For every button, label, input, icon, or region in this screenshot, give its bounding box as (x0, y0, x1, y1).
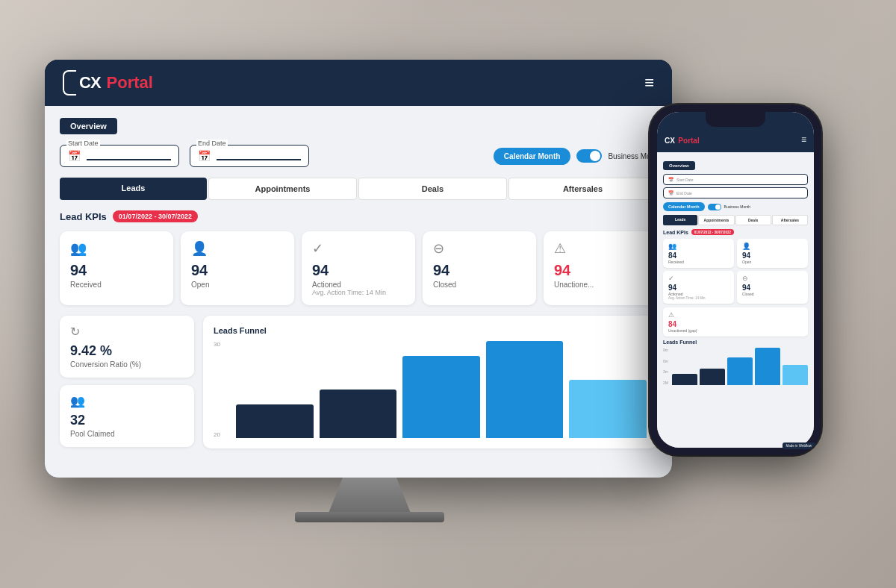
actioned-sublabel: Avg. Action Time: 14 Min (312, 289, 405, 296)
calendar-month-button[interactable]: Calendar Month (494, 148, 571, 165)
dashboard-content: Overview Start Date 📅 End Date 📅 Calen (45, 106, 672, 478)
logo: CX Portal (63, 70, 153, 96)
kpi-open: 👤 94 Open (181, 231, 294, 305)
bar-4 (486, 341, 564, 438)
monitor-base (295, 512, 444, 522)
dashboard: CX Portal ≡ Overview Start Date 📅 End Da (45, 60, 672, 478)
conversion-label: Conversion Ratio (%) (70, 360, 184, 369)
phone-tab-leads[interactable]: Leads (663, 215, 697, 225)
tab-appointments[interactable]: Appointments (208, 178, 357, 200)
phone-tab-deals[interactable]: Deals (735, 215, 771, 225)
phone-bar-3 (727, 357, 753, 386)
kpi-received: 👥 94 Received (60, 231, 173, 305)
actioned-label: Actioned (312, 281, 405, 289)
phone-cal-month-btn[interactable]: Calendar Month (663, 202, 705, 211)
toggle-knob (590, 151, 600, 161)
phone-funnel-title: Leads Funnel (663, 340, 808, 345)
end-date-line (217, 159, 301, 160)
phone-hamburger[interactable]: ≡ (801, 134, 806, 145)
dashboard-header: CX Portal ≡ (45, 60, 672, 106)
phone-screen: CX Portal ≡ Overview 📅 Start Date 📅 (657, 112, 814, 448)
hamburger-menu[interactable]: ≡ (644, 73, 654, 93)
phone-kpi-title: Lead KPIs 01/07/2022 - 30/07/2022 (663, 229, 808, 235)
phone-kpi-received: 👥 84 Received (663, 239, 734, 268)
phone-toggle[interactable] (708, 204, 721, 210)
kpi-actioned: ✓ 94 Actioned Avg. Action Time: 14 Min (302, 231, 415, 305)
conversion-card: ↻ 9.42 % Conversion Ratio (%) (60, 316, 194, 378)
unactioned-value: 94 (554, 261, 647, 279)
phone-logo: CX Portal (665, 133, 700, 146)
conversion-icon: ↻ (70, 325, 184, 339)
phone-content: Overview 📅 Start Date 📅 End Date Calenda… (657, 152, 814, 448)
chart-area: 30 20 (214, 341, 647, 438)
phone-bar-1 (672, 374, 697, 385)
kpi-date-badge: 01/07/2022 - 30/07/2022 (113, 210, 198, 222)
funnel-title: Leads Funnel (214, 326, 647, 335)
received-value: 94 (70, 261, 163, 279)
phone-bar-2 (700, 369, 725, 386)
month-toggle[interactable] (576, 149, 602, 163)
end-cal-icon: 📅 (198, 150, 211, 162)
tab-aftersales[interactable]: Aftersales (508, 178, 657, 200)
bar-3 (402, 356, 480, 439)
start-date-field[interactable]: Start Date 📅 (60, 145, 179, 167)
phone-kpi-actioned: ✓ 94 Actioned Avg. Action Time: 14 Min (663, 271, 734, 304)
funnel-area: Leads Funnel 30 20 (203, 316, 657, 448)
phone-tab-aftersales[interactable]: Aftersales (772, 215, 808, 225)
pool-value: 32 (70, 413, 184, 428)
phone-notch (706, 112, 765, 127)
phone-tab-appts[interactable]: Appointments (698, 215, 734, 225)
start-cal-icon: 📅 (68, 150, 81, 162)
received-label: Received (70, 281, 163, 289)
start-date-label: Start Date (66, 140, 100, 147)
lead-kpis-title: Lead KPIs 01/07/2022 - 30/07/2022 (60, 210, 657, 222)
bar-1 (236, 404, 314, 439)
phone-kpi-closed: ⊖ 94 Closed (737, 271, 808, 304)
left-cards: ↻ 9.42 % Conversion Ratio (%) 👥 32 Pool … (60, 316, 194, 448)
phone-bar-4 (755, 348, 780, 385)
nav-tabs: Leads Appointments Deals Aftersales (60, 178, 657, 200)
phone-nav-tabs: Leads Appointments Deals Aftersales (663, 215, 808, 225)
kpi-closed: ⊖ 94 Closed (423, 231, 536, 305)
phone-cal-icon-start: 📅 (668, 177, 673, 182)
actioned-icon: ✓ (312, 240, 405, 257)
phone-end-date[interactable]: 📅 End Date (663, 187, 808, 198)
unactioned-label: Unactione... (554, 281, 647, 289)
phone-y-labels: 9m 6m 3m 2M (663, 348, 668, 385)
overview-tab[interactable]: Overview (60, 118, 117, 134)
closed-icon: ⊖ (433, 240, 526, 257)
phone-biz-month: Business Month (724, 204, 751, 209)
pool-card: 👥 32 Pool Claimed (60, 385, 194, 447)
end-date-field[interactable]: End Date 📅 (190, 145, 309, 167)
phone-bar-5 (783, 365, 808, 386)
unactioned-icon: ⚠ (554, 240, 647, 257)
bar-2 (320, 390, 397, 438)
closed-value: 94 (433, 261, 526, 279)
phone-date-badge: 01/07/2022 - 30/07/2022 (691, 229, 734, 235)
tab-leads[interactable]: Leads (60, 178, 207, 200)
phone-overview-tab[interactable]: Overview (663, 161, 695, 170)
phone-toggle-knob (715, 204, 721, 210)
logo-bracket (63, 70, 76, 96)
logo-portal: Portal (107, 73, 153, 93)
phone-kpi-open: 👤 94 Open (737, 239, 808, 268)
conversion-value: 9.42 % (70, 343, 184, 359)
phone-logo-cx: CX (665, 137, 675, 145)
made-in-webflow: Made in Webflow (783, 442, 814, 448)
monitor: CX Portal ≡ Overview Start Date 📅 End Da (45, 60, 694, 522)
phone-outer: CX Portal ≡ Overview 📅 Start Date 📅 (650, 104, 821, 455)
start-date-line (87, 159, 171, 160)
phone-cal-icon-end: 📅 (668, 190, 673, 196)
open-value: 94 (191, 261, 284, 279)
phone-date-row: 📅 Start Date 📅 End Date (663, 174, 808, 198)
logo-cx: CX (79, 73, 101, 93)
tab-deals[interactable]: Deals (358, 178, 507, 200)
kpi-grid: 👥 94 Received 👤 94 Open ✓ 94 Actioned Av… (60, 231, 657, 305)
phone-kpi-unactioned: ⚠ 84 Unactioned (gap) (663, 307, 808, 337)
phone-start-date[interactable]: 📅 Start Date (663, 174, 808, 185)
open-icon: 👤 (191, 240, 284, 257)
phone-chart: 9m 6m 3m 2M (663, 348, 808, 385)
phone-dashboard: CX Portal ≡ Overview 📅 Start Date 📅 (657, 112, 814, 448)
received-icon: 👥 (70, 240, 163, 257)
y-axis: 30 20 (214, 341, 220, 438)
